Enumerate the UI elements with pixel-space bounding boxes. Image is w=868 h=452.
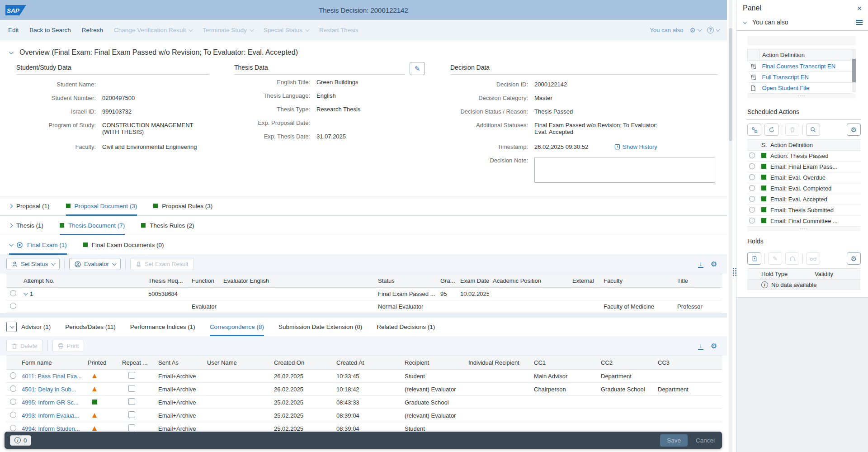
column-header[interactable]: Title (674, 274, 722, 288)
splitter[interactable] (727, 0, 736, 452)
column-header[interactable]: Printed (84, 356, 118, 370)
column-header[interactable]: Sent As (155, 356, 203, 370)
expand-row-icon[interactable] (24, 291, 28, 295)
delete-button[interactable]: Delete (6, 340, 43, 352)
repeat-checkbox[interactable] (128, 411, 135, 418)
special-status-menu[interactable]: Special Status (264, 27, 308, 33)
edit-hold-button[interactable]: ✎ (768, 252, 782, 265)
tab-final-exam[interactable]: Final Exam (1) (9, 235, 67, 255)
tab-periods-dates[interactable]: Periods/Dates (11) (65, 318, 116, 336)
row-select-radio[interactable] (10, 425, 16, 431)
row-select-radio[interactable] (749, 163, 755, 169)
repeat-checkbox[interactable] (128, 385, 135, 392)
resize-handle[interactable]: ···· (747, 227, 860, 231)
refresh-button[interactable]: Refresh (82, 27, 103, 33)
back-to-search-button[interactable]: Back to Search (29, 27, 71, 33)
repeat-checkbox[interactable] (128, 424, 135, 431)
action-link[interactable]: Full Transcript EN (762, 74, 809, 81)
row-select-radio[interactable] (749, 174, 755, 180)
resize-handle[interactable]: ···· (747, 94, 856, 98)
tab-submission-date-extension[interactable]: Submission Date Extension (0) (278, 318, 362, 336)
set-exam-result-button[interactable]: Set Exam Result (130, 258, 194, 270)
save-button[interactable]: Save (660, 434, 688, 447)
row-select-radio[interactable] (10, 303, 16, 309)
edit-thesis-button[interactable]: ✎ (410, 62, 425, 75)
column-header[interactable]: External (569, 274, 600, 288)
column-header[interactable]: Created On (270, 356, 333, 370)
edit-button[interactable]: Edit (8, 27, 19, 33)
form-name-link[interactable]: 4995: Inform GR Sc... (22, 399, 79, 406)
splitter-grip[interactable] (733, 268, 736, 276)
action-definition-header[interactable]: Action Definition (760, 49, 853, 61)
settings-menu[interactable]: ⚙ (690, 27, 701, 33)
column-header[interactable]: Thesis Req... (145, 274, 188, 288)
tab-final-exam-documents[interactable]: Final Exam Documents (0) (83, 235, 164, 255)
you-can-also-header[interactable]: You can also (736, 15, 868, 31)
column-header[interactable]: Function (188, 274, 220, 288)
action-link[interactable]: Final Courses Transcript EN (762, 63, 836, 70)
messages-button[interactable]: i 0 (10, 435, 31, 446)
row-select-radio[interactable] (10, 385, 16, 392)
tab-proposal-document[interactable]: Proposal Document (3) (66, 196, 137, 216)
column-header[interactable]: Academic Position (489, 274, 569, 288)
export-button[interactable]: ↓ (698, 343, 703, 350)
set-status-button[interactable]: Set Status (6, 258, 60, 270)
column-header[interactable]: Evaluator English (220, 274, 374, 288)
row-select-radio[interactable] (749, 218, 755, 224)
scrollbar-thumb[interactable] (729, 28, 732, 141)
form-name-link[interactable]: 4993: Inform Evalua... (22, 412, 79, 419)
show-history-link[interactable]: Show History (614, 143, 657, 150)
tab-thesis-document[interactable]: Thesis Document (7) (60, 216, 125, 235)
column-header[interactable]: Gra... (437, 274, 457, 288)
column-header[interactable]: Recipient (401, 356, 465, 370)
table-settings-button[interactable]: ⚙ (847, 252, 861, 265)
row-select-radio[interactable] (749, 207, 755, 213)
help-menu[interactable]: ? (707, 27, 719, 33)
cancel-button[interactable]: Cancel (696, 437, 715, 444)
column-header[interactable]: CC1 (530, 356, 597, 370)
row-select-radio[interactable] (10, 290, 16, 296)
decision-note-textarea[interactable] (534, 157, 715, 183)
action-link[interactable]: Open Student File (762, 85, 810, 91)
tab-thesis-rules[interactable]: Thesis Rules (2) (141, 216, 194, 235)
repeat-checkbox[interactable] (128, 398, 135, 405)
change-verification-result-menu[interactable]: Change Verification Result (114, 27, 192, 33)
row-select-radio[interactable] (749, 152, 755, 158)
column-header[interactable]: Status (374, 274, 437, 288)
table-settings-button[interactable]: ⚙ (711, 343, 717, 350)
tab-performance-indices[interactable]: Performance Indices (1) (130, 318, 195, 336)
terminate-study-menu[interactable]: Terminate Study (203, 27, 253, 33)
repeat-checkbox[interactable] (128, 372, 135, 379)
you-can-also-label[interactable]: You can also (650, 27, 684, 33)
collapse-section-button[interactable] (6, 322, 17, 332)
tab-related-decisions[interactable]: Related Decisions (1) (377, 318, 435, 336)
export-button[interactable]: ↓ (698, 261, 703, 268)
column-header[interactable]: Created At (333, 356, 401, 370)
delete-action-button[interactable] (785, 124, 799, 136)
close-icon[interactable]: × (857, 5, 862, 12)
tab-advisor[interactable]: Advisor (1) (21, 318, 51, 336)
form-name-link[interactable]: 4501: Delay in Sub... (22, 386, 76, 393)
table-settings-button[interactable]: ⚙ (847, 124, 861, 136)
create-hold-button[interactable] (747, 252, 761, 265)
redo-action-button[interactable] (764, 124, 778, 136)
row-select-radio[interactable] (10, 412, 16, 418)
column-header[interactable]: Individual Recipient (465, 356, 530, 370)
table-view-settings-icon[interactable] (856, 20, 863, 25)
overview-section-header[interactable]: Overview (Final Exam: Final Exam Passed … (0, 40, 727, 64)
column-header[interactable]: CC2 (597, 356, 654, 370)
column-header[interactable]: Faculty (600, 274, 674, 288)
tab-thesis[interactable]: Thesis (1) (9, 216, 43, 235)
card-scrollbar[interactable] (852, 49, 856, 92)
column-header[interactable]: Repeat ... (118, 356, 155, 370)
column-header[interactable]: Form name (18, 356, 84, 370)
status-column-header[interactable]: S. (760, 140, 769, 151)
display-hold-button[interactable] (806, 252, 820, 265)
restart-thesis-button[interactable]: Restart Thesis (319, 27, 359, 33)
tab-proposal-rules[interactable]: Proposal Rules (3) (153, 196, 212, 216)
search-action-button[interactable] (806, 124, 820, 136)
hold-type-header[interactable]: Hold Type (760, 269, 813, 280)
column-header[interactable]: User Name (203, 356, 270, 370)
row-select-radio[interactable] (10, 372, 16, 379)
table-settings-button[interactable]: ⚙ (711, 261, 717, 268)
